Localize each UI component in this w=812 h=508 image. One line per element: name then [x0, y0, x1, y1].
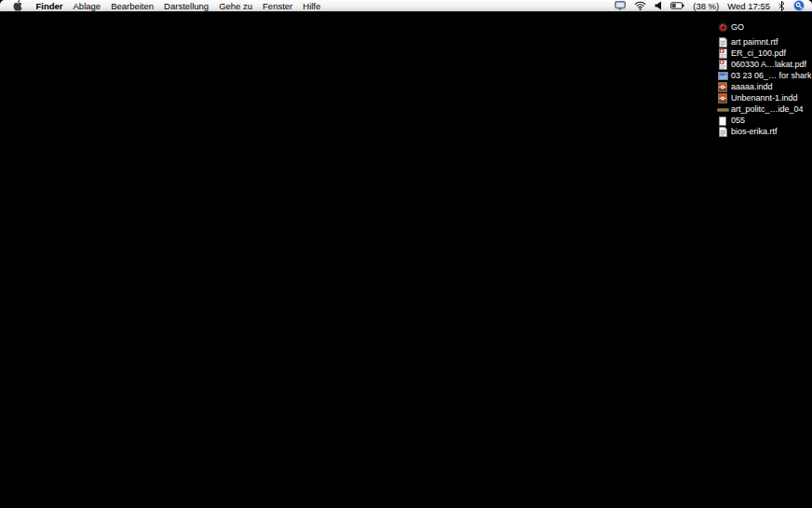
menu-fenster[interactable]: Fenster: [258, 1, 298, 11]
desktop-item-label: Unbenannt-1.indd: [731, 93, 798, 103]
menu-gehe-zu[interactable]: Gehe zu: [214, 1, 258, 11]
desktop-item-unbenannt-1-indd[interactable]: Unbenannt-1.indd: [716, 92, 810, 103]
menu-bearbeiten[interactable]: Bearbeiten: [106, 1, 159, 11]
desktop-item-er-ci-100-pdf[interactable]: ER_ci_100.pdf: [716, 48, 810, 59]
battery-percent[interactable]: (38 %): [693, 1, 719, 11]
desktop-item-label: 060330 A…lakat.pdf: [731, 60, 806, 70]
apple-logo-icon: [13, 0, 22, 11]
pdf-document-icon: [716, 60, 729, 70]
desktop-item-label: art_politc_…ide_04: [731, 104, 804, 115]
desktop-item-aaaaa-indd[interactable]: aaaaa.indd: [716, 81, 810, 92]
spotlight-icon[interactable]: [793, 0, 805, 11]
menu-bar-status: (38 %) Wed 17:55: [615, 0, 812, 11]
desktop-item-art-paimnt-rtf[interactable]: art paimnt.rtf: [716, 36, 810, 48]
menu-bar-clock[interactable]: Wed 17:55: [727, 1, 770, 11]
menu-ablage[interactable]: Ablage: [68, 1, 106, 11]
bluetooth-icon[interactable]: [778, 1, 785, 11]
rtf-document-icon: [716, 127, 729, 137]
blank-document-icon: [716, 117, 729, 126]
thin-image-file-icon: [716, 108, 729, 112]
apple-menu[interactable]: [7, 0, 31, 11]
desktop-item-label: GO: [731, 22, 744, 33]
go-volume-icon: [716, 22, 729, 33]
desktop-item-label: 03 23 06_… for shark: [731, 71, 812, 81]
desktop-item-060330-a-lakat-pdf[interactable]: 060330 A…lakat.pdf: [716, 59, 810, 70]
desktop-item-055[interactable]: 055: [716, 116, 810, 127]
menu-list: FinderAblageBearbeitenDarstellungGehe zu…: [31, 1, 326, 11]
displays-icon[interactable]: [615, 1, 626, 10]
menu-bar-left: FinderAblageBearbeitenDarstellungGehe zu…: [0, 0, 615, 11]
battery-icon[interactable]: [670, 2, 684, 9]
indesign-document-icon: [716, 82, 729, 92]
rtf-document-icon: [716, 37, 729, 48]
desktop[interactable]: GOart paimnt.rtfER_ci_100.pdf060330 A…la…: [0, 13, 812, 508]
desktop-item-label: art paimnt.rtf: [731, 37, 778, 48]
desktop-item-03-23-06-for-shark[interactable]: 03 23 06_… for shark: [716, 70, 810, 81]
menu-finder[interactable]: Finder: [31, 1, 68, 11]
volume-icon[interactable]: [655, 1, 662, 10]
wifi-icon[interactable]: [634, 1, 646, 10]
desktop-item-label: aaaaa.indd: [731, 82, 773, 92]
pdf-document-icon: [716, 48, 729, 59]
image-file-icon: [716, 72, 729, 80]
desktop-item-go[interactable]: GO: [716, 21, 810, 34]
desktop-item-bios-erika-rtf[interactable]: bios-erika.rtf: [716, 127, 810, 138]
desktop-item-label: bios-erika.rtf: [731, 127, 778, 137]
desktop-item-art-politc-ide-04[interactable]: art_politc_…ide_04: [716, 104, 810, 116]
desktop-item-label: ER_ci_100.pdf: [731, 48, 786, 59]
menu-darstellung[interactable]: Darstellung: [159, 1, 214, 11]
menu-hilfe[interactable]: Hilfe: [298, 1, 326, 11]
indesign-document-icon: [716, 93, 729, 103]
desktop-item-label: 055: [731, 116, 745, 126]
menu-bar: FinderAblageBearbeitenDarstellungGehe zu…: [0, 0, 812, 12]
desktop-icon-column: GOart paimnt.rtfER_ci_100.pdf060330 A…la…: [716, 21, 810, 138]
